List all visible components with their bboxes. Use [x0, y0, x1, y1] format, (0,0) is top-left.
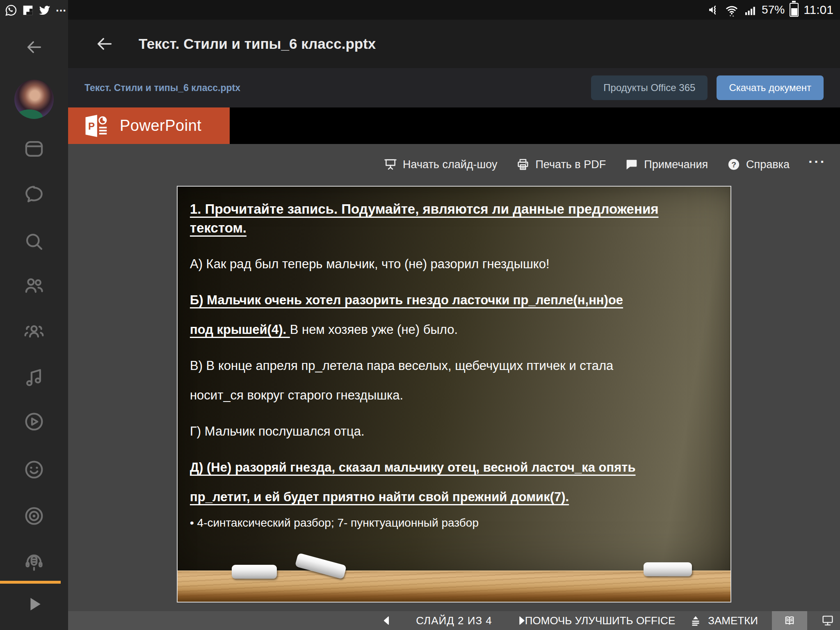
podcast-icon [23, 552, 45, 574]
document-viewer: Начать слайд-шоу Печать в PDF Примечания… [68, 144, 840, 630]
back-arrow-icon [25, 38, 43, 57]
sidebar-item-video[interactable] [23, 411, 45, 433]
slide-line: пр_летит, и ей будет приятно найти свой … [190, 488, 718, 507]
comments-label: Примечания [644, 158, 708, 171]
chalk-piece [644, 562, 692, 576]
file-link[interactable]: Текст. Стили и типы_6 класс.pptx [84, 82, 240, 94]
music-icon [23, 366, 45, 388]
slide-line: текстом. [190, 219, 718, 237]
sidebar-item-podcast[interactable] [23, 552, 45, 574]
office-products-button[interactable]: Продукты Office 365 [591, 75, 708, 100]
slide-line: под крышей(4). В нем хозяев уже (не) был… [190, 320, 718, 339]
communities-icon [23, 320, 45, 342]
main-area: 57% 11:01 Текст. Стили и типы_6 класс.pp… [68, 0, 840, 630]
smiley-icon [23, 459, 45, 481]
clock: 11:01 [803, 3, 833, 17]
comments-button[interactable]: Примечания [625, 158, 708, 171]
sidebar-item-messenger[interactable] [23, 183, 45, 205]
more-notifications-icon: … [55, 6, 67, 10]
slide-line: носит_ся вокруг старого гнездышка. [190, 386, 718, 405]
sidebar-back-button[interactable] [25, 38, 43, 57]
sidebar: … [0, 0, 68, 630]
next-slide-button[interactable] [516, 615, 527, 626]
battery-icon [790, 3, 799, 17]
previous-slide-button[interactable] [381, 615, 392, 626]
printer-icon [516, 158, 530, 171]
chalk-piece [232, 565, 277, 579]
friends-icon [23, 275, 45, 297]
powerpoint-logo-icon: P [82, 112, 110, 140]
wifi-icon [725, 3, 739, 17]
slide-text: 1. Прочитайте запись. Подумайте, являютс… [178, 187, 730, 531]
comment-icon [625, 158, 639, 171]
sidebar-active-indicator [0, 581, 61, 584]
slide-line: Б) Мальчик очень хотел разорить гнездо л… [190, 291, 718, 310]
sidebar-item-communities[interactable] [23, 320, 45, 342]
newsfeed-icon [23, 138, 45, 160]
notes-label: ЗАМЕТКИ [708, 614, 758, 627]
slide-line: Д) (Не) разоряй гнезда, сказал мальчику … [190, 458, 718, 477]
video-icon [23, 411, 45, 433]
sidebar-item-friends[interactable] [23, 275, 45, 297]
print-pdf-button[interactable]: Печать в PDF [516, 158, 606, 171]
target-icon [23, 505, 45, 527]
app-banner-strip: P PowerPoint [68, 107, 840, 144]
start-slideshow-label: Начать слайд-шоу [403, 158, 497, 171]
twitter-icon [38, 3, 52, 17]
slide-line: В) В конце апреля пр_летела пара веселых… [190, 356, 718, 375]
search-icon [23, 231, 45, 253]
powerpoint-banner: P PowerPoint [68, 107, 230, 144]
battery-percent: 57% [762, 3, 785, 16]
bottom-bar: СЛАЙД 2 ИЗ 4 ПОМОЧЬ УЛУЧШИТЬ OFFICE ЗАМЕ… [68, 611, 840, 630]
open-book-icon [783, 614, 796, 627]
slide-canvas: 1. Прочитайте запись. Подумайте, являютс… [177, 186, 731, 603]
improve-office-link[interactable]: ПОМОЧЬ УЛУЧШИТЬ OFFICE [525, 614, 675, 627]
slide-line: 1. Прочитайте запись. Подумайте, являютс… [190, 200, 718, 219]
help-label: Справка [746, 158, 790, 171]
app-name: PowerPoint [120, 117, 201, 135]
start-slideshow-button[interactable]: Начать слайд-шоу [383, 158, 497, 171]
help-button[interactable]: ? Справка [727, 158, 790, 171]
document-subheader: Текст. Стили и типы_6 класс.pptx Продукт… [68, 68, 840, 107]
app-header: Текст. Стили и типы_6 класс.pptx [68, 20, 840, 68]
page-title: Текст. Стили и типы_6 класс.pptx [139, 36, 376, 52]
flipboard-icon [22, 4, 34, 16]
status-bar: 57% 11:01 [68, 0, 840, 20]
whatsapp-icon [4, 3, 18, 17]
screen-icon [821, 614, 834, 627]
slide-navigation: СЛАЙД 2 ИЗ 4 [381, 614, 527, 627]
vibrate-icon [707, 3, 720, 16]
toolbar-more-button[interactable]: ··· [808, 158, 826, 166]
header-back-button[interactable] [95, 34, 114, 53]
avatar[interactable] [14, 80, 54, 119]
bottom-bar-right: ПОМОЧЬ УЛУЧШИТЬ OFFICE ЗАМЕТКИ [525, 611, 840, 630]
slideshow-icon [383, 158, 397, 171]
sidebar-item-newsfeed[interactable] [23, 138, 45, 160]
slide-line: Г) Мальчик послушался отца. [190, 422, 718, 441]
messenger-icon [23, 183, 45, 205]
sidebar-item-music[interactable] [23, 366, 45, 388]
notes-toggle[interactable]: ЗАМЕТКИ [689, 614, 758, 627]
help-icon: ? [727, 158, 741, 171]
sidebar-item-search[interactable] [23, 231, 45, 253]
download-document-button[interactable]: Скачать документ [717, 75, 824, 100]
sidebar-item-smiley[interactable] [23, 459, 45, 481]
slide-line: А) Как рад был теперь мальчик, что (не) … [190, 255, 718, 274]
slide-counter: СЛАЙД 2 ИЗ 4 [416, 614, 492, 627]
notification-icons: … [4, 2, 67, 18]
reading-view-button[interactable] [772, 611, 807, 630]
play-icon [23, 593, 45, 615]
svg-text:?: ? [731, 160, 736, 169]
slide-line: • 4-синтаксический разбор; 7- пунктуацио… [190, 515, 718, 531]
back-arrow-icon [95, 34, 114, 53]
print-pdf-label: Печать в PDF [535, 158, 606, 171]
cell-signal-icon [744, 3, 757, 16]
sidebar-item-play[interactable] [23, 593, 45, 615]
document-toolbar: Начать слайд-шоу Печать в PDF Примечания… [68, 144, 840, 185]
notes-icon [689, 614, 702, 627]
sidebar-item-target[interactable] [23, 505, 45, 527]
presentation-view-button[interactable] [821, 614, 834, 627]
svg-text:P: P [88, 121, 95, 132]
